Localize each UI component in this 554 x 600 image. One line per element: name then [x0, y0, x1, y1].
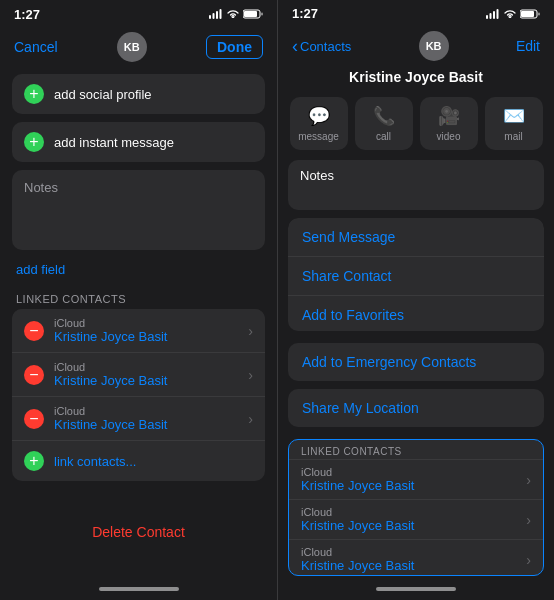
right-provider: iCloud — [301, 546, 526, 558]
left-avatar: KB — [117, 32, 147, 62]
remove-icon[interactable]: − — [24, 365, 44, 385]
linked-name: Kristine Joyce Basit — [54, 329, 248, 344]
notes-section[interactable]: Notes — [12, 170, 265, 250]
chevron-right-icon: › — [248, 323, 253, 339]
share-contact-button[interactable]: Share Contact — [288, 257, 544, 296]
video-icon: 🎥 — [438, 105, 460, 127]
svg-rect-10 — [497, 9, 499, 19]
right-avatar: KB — [419, 31, 449, 61]
right-nav: ‹ Contacts KB Edit — [278, 27, 554, 67]
action-links-group: Send Message Share Contact Add to Favori… — [288, 218, 544, 331]
back-chevron-icon: ‹ — [292, 36, 298, 57]
chevron-right-icon: › — [248, 367, 253, 383]
table-row[interactable]: − iCloud Kristine Joyce Basit › — [12, 397, 265, 441]
right-status-icons — [486, 9, 540, 19]
add-emergency-contacts-button[interactable]: Add to Emergency Contacts — [288, 343, 544, 381]
instant-message-label: add instant message — [54, 135, 174, 150]
mail-button[interactable]: ✉️ mail — [485, 97, 543, 150]
table-row[interactable]: − iCloud Kristine Joyce Basit › — [12, 309, 265, 353]
send-message-button[interactable]: Send Message — [288, 218, 544, 257]
svg-rect-2 — [216, 11, 218, 19]
linked-name: Kristine Joyce Basit — [54, 373, 248, 388]
right-home-indicator — [278, 582, 554, 600]
svg-rect-12 — [521, 11, 534, 17]
add-instant-message-item[interactable]: + add instant message — [12, 122, 265, 162]
right-name: Kristine Joyce Basit — [301, 478, 526, 493]
share-location-button[interactable]: Share My Location — [288, 389, 544, 427]
linked-contact-text: iCloud Kristine Joyce Basit — [54, 361, 248, 388]
left-panel: 1:27 Cancel KB Done + add social profile… — [0, 0, 277, 600]
wifi-icon — [227, 9, 239, 19]
right-name: Kristine Joyce Basit — [301, 518, 526, 533]
signal-icon — [209, 9, 223, 19]
right-panel: 1:27 ‹ Contacts KB Edit Kristine Joyce B… — [277, 0, 554, 600]
linked-name: Kristine Joyce Basit — [54, 417, 248, 432]
table-row[interactable]: iCloud Kristine Joyce Basit › — [289, 459, 543, 499]
message-label: message — [298, 131, 339, 142]
video-label: video — [437, 131, 461, 142]
contact-name: Kristine Joyce Basit — [278, 67, 554, 93]
svg-rect-6 — [261, 13, 263, 16]
delete-contact-button[interactable]: Delete Contact — [0, 510, 277, 554]
right-notes-label: Notes — [300, 168, 532, 183]
svg-rect-9 — [493, 11, 495, 19]
mail-icon: ✉️ — [503, 105, 525, 127]
right-signal-icon — [486, 9, 500, 19]
add-field-button[interactable]: add field — [0, 254, 277, 285]
battery-icon — [243, 9, 263, 19]
home-indicator — [0, 582, 277, 600]
back-label: Contacts — [300, 39, 351, 54]
left-header: Cancel KB Done — [0, 28, 277, 70]
chevron-right-icon: › — [526, 552, 531, 568]
right-name: Kristine Joyce Basit — [301, 558, 526, 573]
social-profile-label: add social profile — [54, 87, 152, 102]
left-status-icons — [209, 9, 263, 19]
add-social-profile-item[interactable]: + add social profile — [12, 74, 265, 114]
add-social-icon: + — [24, 84, 44, 104]
right-linked-header: LINKED CONTACTS — [289, 440, 543, 459]
right-provider: iCloud — [301, 466, 526, 478]
chevron-right-icon: › — [526, 472, 531, 488]
home-bar — [99, 587, 179, 591]
chevron-right-icon: › — [526, 512, 531, 528]
link-contacts-label: link contacts... — [54, 454, 136, 469]
right-time: 1:27 — [292, 6, 318, 21]
svg-rect-3 — [220, 9, 222, 19]
linked-contacts-section: − iCloud Kristine Joyce Basit › − iCloud… — [12, 309, 265, 481]
right-linked-contacts-section: LINKED CONTACTS iCloud Kristine Joyce Ba… — [288, 439, 544, 576]
linked-provider: iCloud — [54, 405, 248, 417]
mail-label: mail — [504, 131, 522, 142]
action-buttons-row: 💬 message 📞 call 🎥 video ✉️ mail — [278, 93, 554, 158]
svg-rect-8 — [490, 13, 492, 19]
svg-rect-1 — [213, 13, 215, 19]
back-button[interactable]: ‹ Contacts — [292, 36, 351, 57]
linked-contact-text: iCloud Kristine Joyce Basit — [54, 317, 248, 344]
phone-icon: 📞 — [373, 105, 395, 127]
link-contacts-plus-icon: + — [24, 451, 44, 471]
add-to-favorites-button[interactable]: Add to Favorites — [288, 296, 544, 331]
table-row[interactable]: − iCloud Kristine Joyce Basit › — [12, 353, 265, 397]
right-notes-section[interactable]: Notes — [288, 160, 544, 210]
link-contacts-button[interactable]: + link contacts... — [12, 441, 265, 481]
right-home-bar — [376, 587, 456, 591]
right-linked-text: iCloud Kristine Joyce Basit — [301, 466, 526, 493]
linked-provider: iCloud — [54, 317, 248, 329]
table-row[interactable]: iCloud Kristine Joyce Basit › — [289, 499, 543, 539]
edit-button[interactable]: Edit — [516, 38, 540, 54]
message-button[interactable]: 💬 message — [290, 97, 348, 150]
call-label: call — [376, 131, 391, 142]
table-row[interactable]: iCloud Kristine Joyce Basit › — [289, 539, 543, 576]
svg-rect-5 — [244, 11, 257, 17]
right-wifi-icon — [504, 9, 516, 19]
social-profile-section: + add social profile — [12, 74, 265, 114]
svg-rect-7 — [486, 15, 488, 19]
remove-icon[interactable]: − — [24, 321, 44, 341]
done-button[interactable]: Done — [206, 35, 263, 59]
remove-icon[interactable]: − — [24, 409, 44, 429]
video-button[interactable]: 🎥 video — [420, 97, 478, 150]
call-button[interactable]: 📞 call — [355, 97, 413, 150]
left-time: 1:27 — [14, 7, 40, 22]
instant-message-section: + add instant message — [12, 122, 265, 162]
right-battery-icon — [520, 9, 540, 19]
cancel-button[interactable]: Cancel — [14, 39, 58, 55]
